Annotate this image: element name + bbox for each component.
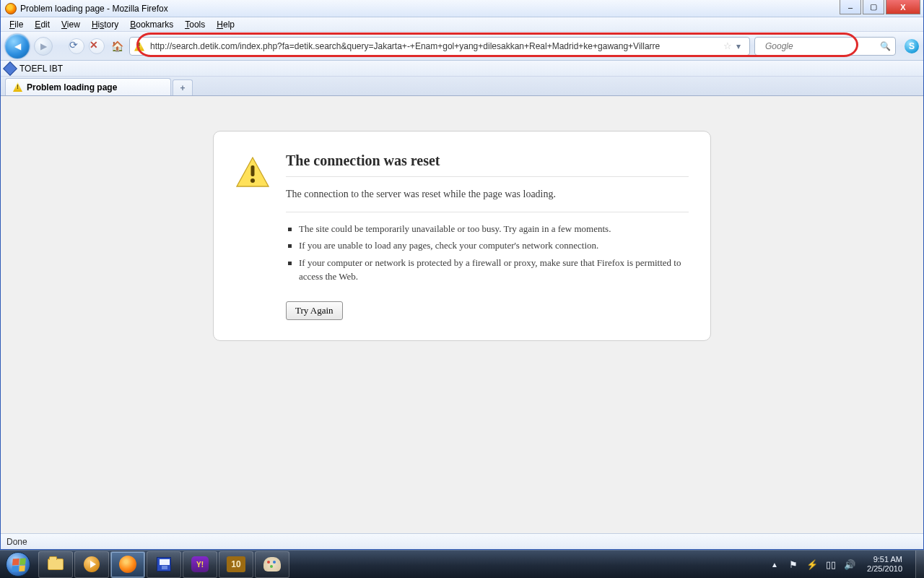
action-center-icon[interactable]: ⚑	[788, 558, 799, 570]
power-icon[interactable]: ⚡	[806, 558, 818, 570]
bookmarks-toolbar: TOEFL IBT	[1, 61, 923, 77]
reload-button[interactable]: ⟳	[69, 38, 84, 54]
home-icon: 🏠	[111, 40, 123, 52]
try-again-button[interactable]: Try Again	[286, 301, 343, 320]
close-window-button[interactable]: X	[886, 0, 920, 14]
navigation-toolbar: ◀ ▶ ⟳ ✕ 🏠 ☆ ▾ 🔍 S	[1, 32, 923, 61]
window-titlebar[interactable]: Problem loading page - Mozilla Firefox	[1, 0, 923, 17]
paint-icon	[263, 557, 281, 571]
svg-point-2	[250, 178, 255, 183]
window-controls: – ▢ X	[840, 0, 920, 14]
error-suggestion-list: The site could be temporarily unavailabl…	[286, 223, 689, 284]
search-icon[interactable]: 🔍	[880, 41, 891, 51]
tab-label: Problem loading page	[27, 82, 117, 92]
warning-icon	[134, 41, 144, 51]
search-input[interactable]	[764, 40, 876, 52]
tab-strip: Problem loading page +	[1, 77, 923, 96]
search-box[interactable]: 🔍	[754, 37, 896, 56]
media-player-icon	[84, 556, 100, 572]
taskbar-game[interactable]: 10	[219, 551, 253, 578]
error-description: The connection to the server was reset w…	[286, 187, 689, 212]
status-bar: Done	[1, 533, 923, 549]
new-tab-button[interactable]: +	[173, 79, 193, 95]
error-container: The connection was reset The connection …	[213, 131, 711, 341]
bookmark-toefl[interactable]: TOEFL IBT	[19, 64, 63, 74]
taskbar-firefox[interactable]	[110, 551, 145, 578]
tray-overflow-icon[interactable]: ▲	[769, 558, 780, 570]
home-button[interactable]: 🏠	[109, 38, 125, 54]
plus-icon: +	[180, 83, 185, 93]
forward-button[interactable]: ▶	[34, 37, 53, 56]
reload-icon: ⟳	[69, 39, 78, 51]
menubar: File Edit View History Bookmarks Tools H…	[1, 17, 923, 32]
menu-file[interactable]: File	[4, 18, 29, 31]
error-suggestion: If your computer or network is protected…	[286, 256, 689, 284]
warning-icon	[13, 82, 22, 92]
taskbar-media-player[interactable]	[74, 551, 109, 578]
system-tray: ▲ ⚑ ⚡ ▯▯ 🔊 9:51 AM 2/25/2010	[769, 551, 924, 579]
maximize-button[interactable]: ▢	[863, 0, 884, 14]
start-button[interactable]	[0, 551, 35, 579]
clock-date: 2/25/2010	[867, 564, 902, 574]
menu-bookmarks[interactable]: Bookmarks	[124, 18, 179, 31]
show-desktop-button[interactable]	[915, 551, 924, 579]
network-icon[interactable]: ▯▯	[825, 558, 837, 570]
yahoo-icon: Y!	[191, 556, 209, 572]
menu-help[interactable]: Help	[211, 18, 240, 31]
skype-icon[interactable]: S	[905, 39, 919, 53]
address-bar[interactable]: ☆ ▾	[129, 37, 750, 56]
firefox-icon	[5, 3, 17, 14]
folder-icon	[48, 558, 64, 570]
game-icon: 10	[227, 556, 245, 572]
bookmark-favicon-icon	[3, 61, 17, 76]
stop-button[interactable]: ✕	[89, 38, 105, 54]
url-input[interactable]	[149, 40, 719, 52]
bookmark-star-icon[interactable]: ☆	[723, 40, 732, 51]
page-content: The connection was reset The connection …	[1, 96, 923, 533]
taskbar-buttons: Y! 10	[38, 551, 289, 578]
error-suggestion: If you are unable to load any pages, che…	[286, 239, 689, 253]
window-title: Problem loading page - Mozilla Firefox	[20, 4, 168, 14]
tab-active[interactable]: Problem loading page	[5, 78, 171, 95]
floppy-icon	[157, 557, 171, 571]
minimize-button[interactable]: –	[840, 0, 861, 14]
menu-view[interactable]: View	[56, 18, 86, 31]
menu-edit[interactable]: Edit	[29, 18, 56, 31]
taskbar-yahoo-messenger[interactable]: Y!	[183, 551, 217, 578]
taskbar-save[interactable]	[147, 551, 181, 578]
clock-time: 9:51 AM	[867, 555, 902, 564]
menu-tools[interactable]: Tools	[179, 18, 211, 31]
firefox-icon	[119, 556, 136, 573]
status-text: Done	[6, 537, 27, 547]
arrow-left-icon: ◀	[14, 41, 21, 51]
menu-history[interactable]: History	[86, 18, 124, 31]
back-button[interactable]: ◀	[5, 34, 30, 59]
warning-triangle-icon	[235, 156, 270, 188]
taskbar-clock[interactable]: 9:51 AM 2/25/2010	[863, 555, 908, 574]
arrow-right-icon: ▶	[40, 41, 47, 51]
svg-rect-1	[251, 165, 255, 176]
windows-taskbar: Y! 10 ▲ ⚑ ⚡ ▯▯ 🔊 9:51 AM 2/25/2010	[0, 550, 924, 578]
error-suggestion: The site could be temporarily unavailabl…	[286, 223, 689, 236]
firefox-window: Problem loading page - Mozilla Firefox –…	[0, 0, 924, 550]
error-heading: The connection was reset	[286, 152, 689, 177]
volume-icon[interactable]: 🔊	[844, 558, 855, 570]
taskbar-explorer[interactable]	[38, 551, 73, 578]
taskbar-paint[interactable]	[255, 551, 289, 578]
error-body: The connection was reset The connection …	[286, 152, 689, 320]
url-dropdown-icon[interactable]: ▾	[736, 41, 745, 51]
stop-icon: ✕	[90, 39, 98, 51]
